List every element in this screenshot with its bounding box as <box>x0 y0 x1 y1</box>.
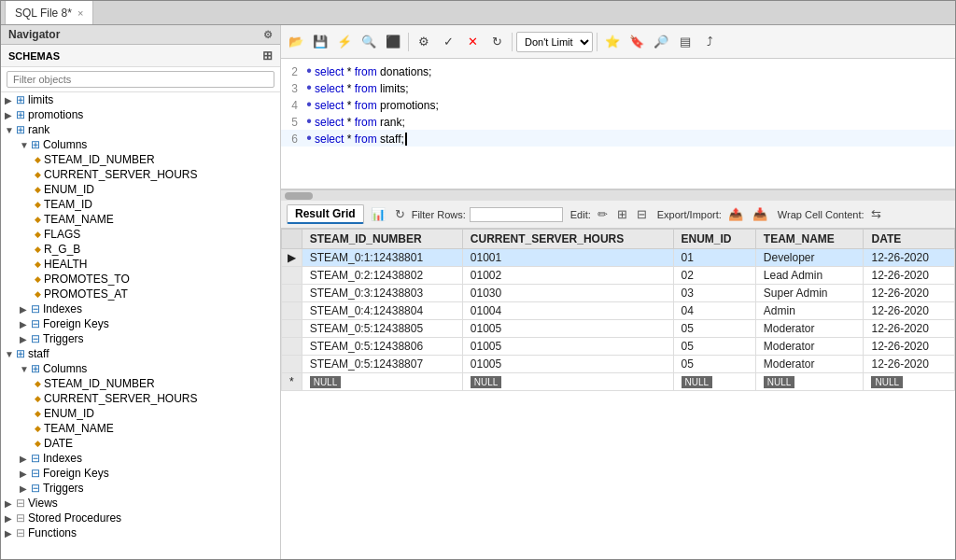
tree-item-rank-flags[interactable]: ◆ FLAGS <box>1 227 280 242</box>
table-row[interactable]: STEAM_0:5:124388060100505Moderator12-26-… <box>282 338 955 356</box>
cell-hours: 01005 <box>462 320 673 338</box>
sql-editor[interactable]: 2 • select * from donations; 3 • select … <box>281 59 955 189</box>
edit-icon2[interactable]: ⊞ <box>614 206 630 222</box>
tree-item-promotions[interactable]: ▶ ⊞ promotions <box>1 107 280 122</box>
col-header-team-name[interactable]: TEAM_NAME <box>755 230 864 249</box>
star-btn[interactable]: ⭐ <box>601 31 624 53</box>
tree-label: DATE <box>44 437 73 450</box>
tree-item-rank-triggers[interactable]: ▶ ⊟ Triggers <box>1 331 280 346</box>
code-line-2: 2 • select * from donations; <box>281 63 955 79</box>
tree-item-rank-indexes[interactable]: ▶ ⊟ Indexes <box>1 301 280 316</box>
refresh-btn[interactable]: ↻ <box>485 31 508 53</box>
toolbar-sep1 <box>408 33 409 51</box>
tree-item-stored-procedures[interactable]: ▶ ⊟ Stored Procedures <box>1 511 280 525</box>
triggers-folder-icon: ⊟ <box>31 332 40 345</box>
arrow-icon: ▶ <box>20 334 31 344</box>
tree-item-rank-steam-id[interactable]: ◆ STEAM_ID_NUMBER <box>1 152 280 167</box>
result-refresh-icon[interactable]: ↻ <box>392 206 408 222</box>
tree-item-rank-server-hours[interactable]: ◆ CURRENT_SERVER_HOURS <box>1 167 280 182</box>
editor-hscroll[interactable] <box>281 189 955 201</box>
tree-item-limits[interactable]: ▶ ⊞ limits <box>1 92 280 107</box>
tree-item-views[interactable]: ▶ ⊟ Views <box>1 496 280 511</box>
filter-objects-input[interactable] <box>7 71 274 88</box>
sql-file-tab[interactable]: SQL File 8* × <box>5 0 93 24</box>
table-row[interactable]: ▶STEAM_0:1:124388010100101Developer12-26… <box>282 249 955 267</box>
tree-item-staff-indexes[interactable]: ▶ ⊟ Indexes <box>1 451 280 466</box>
open-file-btn[interactable]: 📂 <box>285 31 307 53</box>
tree-label: Triggers <box>43 332 84 345</box>
table-row-null[interactable]: *NULLNULLNULLNULLNULL <box>282 373 955 391</box>
tree-item-staff-enum-id[interactable]: ◆ ENUM_ID <box>1 406 280 421</box>
wrap-icon[interactable]: ⇆ <box>868 206 884 222</box>
arrow-icon: ▼ <box>5 349 16 359</box>
row-arrow-cell: ▶ <box>282 249 302 267</box>
diamond-icon: ◆ <box>35 245 41 254</box>
table-row[interactable]: STEAM_0:5:124388070100505Moderator12-26-… <box>282 356 955 373</box>
limit-select[interactable]: Don't Limit 1000 rows 500 rows 200 rows <box>516 32 593 52</box>
edit-icon3[interactable]: ⊟ <box>634 206 650 222</box>
tree-item-rank-fk[interactable]: ▶ ⊟ Foreign Keys <box>1 316 280 331</box>
table-row[interactable]: STEAM_0:5:124388050100505Moderator12-26-… <box>282 320 955 338</box>
tree-item-staff-columns[interactable]: ▼ ⊞ Columns <box>1 361 280 376</box>
save-file-btn[interactable]: 💾 <box>309 31 331 53</box>
result-table-wrap[interactable]: STEAM_ID_NUMBER CURRENT_SERVER_HOURS ENU… <box>281 229 955 559</box>
tree-label: Functions <box>28 526 77 539</box>
result-chart-icon[interactable]: 📊 <box>368 206 388 222</box>
stop-btn[interactable]: ⬛ <box>382 31 404 53</box>
tree-item-rank-health[interactable]: ◆ HEALTH <box>1 257 280 272</box>
bookmark-btn[interactable]: 🔖 <box>626 31 648 53</box>
tree-item-rank-rgb[interactable]: ◆ R_G_B <box>1 242 280 257</box>
schemas-icon[interactable]: ⊞ <box>262 49 273 63</box>
tree-item-rank-promotes-to[interactable]: ◆ PROMOTES_TO <box>1 272 280 287</box>
tree-item-rank-columns[interactable]: ▼ ⊞ Columns <box>1 137 280 152</box>
cell-date: 12-26-2020 <box>864 302 955 320</box>
table-row[interactable]: STEAM_0:2:124388020100202Lead Admin12-26… <box>282 267 955 285</box>
hscroll-thumb[interactable] <box>285 192 313 200</box>
tree-item-rank-team-name[interactable]: ◆ TEAM_NAME <box>1 212 280 227</box>
table-row[interactable]: STEAM_0:3:124388030103003Super Admin12-2… <box>282 285 955 302</box>
tree-label: Foreign Keys <box>43 467 109 480</box>
null-cell: NULL <box>462 373 673 391</box>
indexes-folder-icon: ⊟ <box>31 302 40 315</box>
tree-item-rank-enum-id[interactable]: ◆ ENUM_ID <box>1 182 280 197</box>
edit-icon1[interactable]: ✏ <box>595 206 611 222</box>
tree-item-rank-team-id[interactable]: ◆ TEAM_ID <box>1 197 280 212</box>
tree-item-staff-server-hours[interactable]: ◆ CURRENT_SERVER_HOURS <box>1 391 280 406</box>
tree-label: ENUM_ID <box>44 183 94 196</box>
col-header-enum-id[interactable]: ENUM_ID <box>673 230 755 249</box>
export2-btn[interactable]: ⤴ <box>698 31 721 53</box>
export-icon1[interactable]: 📤 <box>725 206 746 222</box>
format-btn[interactable]: ⚙ <box>413 31 435 53</box>
cancel-btn[interactable]: ✕ <box>461 31 484 53</box>
tree-item-staff[interactable]: ▼ ⊞ staff <box>1 346 280 361</box>
col-header-hours[interactable]: CURRENT_SERVER_HOURS <box>462 230 673 249</box>
tree-label: ENUM_ID <box>44 407 94 420</box>
execute-btn[interactable]: ⚡ <box>333 31 356 53</box>
export-icon2[interactable]: 📥 <box>750 206 770 222</box>
col-header-date[interactable]: DATE <box>864 230 955 249</box>
table-row[interactable]: STEAM_0:4:124388040100404Admin12-26-2020 <box>282 302 955 320</box>
tree-label: HEALTH <box>44 258 87 271</box>
cell-enum_id: 02 <box>673 267 755 285</box>
search-btn[interactable]: 🔎 <box>650 31 672 53</box>
cell-steam_id: STEAM_0:5:12438806 <box>302 338 462 356</box>
tree-item-staff-date[interactable]: ◆ DATE <box>1 436 280 451</box>
tree-item-staff-steam-id[interactable]: ◆ STEAM_ID_NUMBER <box>1 376 280 391</box>
tree-item-rank-promotes-at[interactable]: ◆ PROMOTES_AT <box>1 287 280 301</box>
null-arrow-cell: * <box>282 373 302 391</box>
tree-item-staff-team-name[interactable]: ◆ TEAM_NAME <box>1 421 280 436</box>
filter-rows-input[interactable] <box>470 207 563 222</box>
tree-item-staff-triggers[interactable]: ▶ ⊟ Triggers <box>1 481 280 496</box>
tree-item-functions[interactable]: ▶ ⊟ Functions <box>1 525 280 540</box>
cell-hours: 01001 <box>462 249 673 267</box>
check-btn[interactable]: ✓ <box>437 31 459 53</box>
explain-btn[interactable]: 🔍 <box>358 31 380 53</box>
tree-item-staff-fk[interactable]: ▶ ⊟ Foreign Keys <box>1 466 280 481</box>
tree-label: Triggers <box>43 482 84 495</box>
tab-close-icon[interactable]: × <box>77 7 83 19</box>
tree-item-rank[interactable]: ▼ ⊞ rank <box>1 122 280 137</box>
view-btn[interactable]: ▤ <box>674 31 696 53</box>
columns-folder-icon: ⊞ <box>31 138 40 151</box>
result-grid-tab[interactable]: Result Grid <box>287 204 364 224</box>
col-header-steam-id[interactable]: STEAM_ID_NUMBER <box>302 230 462 249</box>
